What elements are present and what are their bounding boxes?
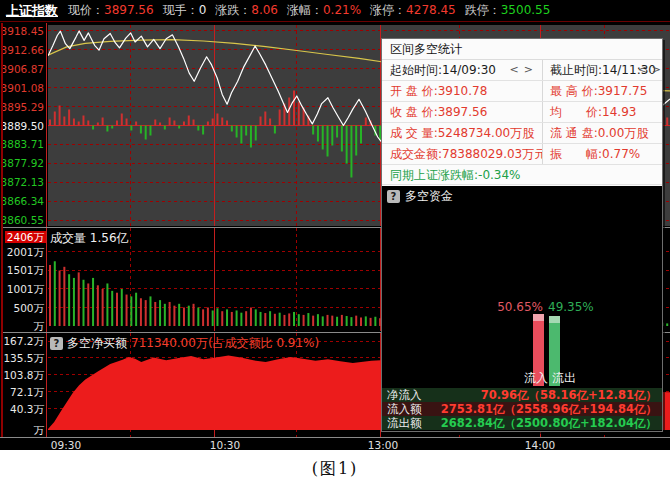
y-axis-label: 2406万 bbox=[5, 231, 46, 243]
panel-title[interactable]: 区间多空统计 bbox=[382, 39, 662, 60]
end-time-cell: 截止时间:14/11:30<> bbox=[542, 60, 662, 80]
y-axis-label: 3872.13 bbox=[1, 176, 44, 188]
volume-pane-title: 成交量 1.56亿 bbox=[50, 230, 129, 247]
time-axis: 09:3010:3013:0014:00 bbox=[0, 437, 670, 450]
stats-row-time: 起始时间:14/09:30<> 截止时间:14/11:30<> bbox=[382, 60, 662, 81]
stats-grid: 起始时间:14/09:30<> 截止时间:14/11:30<> 开 盘 价:39… bbox=[382, 60, 662, 185]
y-axis-label: 万 bbox=[34, 424, 45, 436]
y-axis-label: 500万 bbox=[13, 302, 44, 314]
stats-row-index-change: 同期上证涨跌幅:-0.34% bbox=[382, 165, 662, 185]
y-axis-label: 40.3万 bbox=[10, 403, 44, 415]
field-limit-down: 跌停：3500.55 bbox=[465, 2, 551, 19]
quote-header: 上证指数 现价：3897.56 现手：0 涨跌：8.06 涨幅：0.21% 涨停… bbox=[0, 0, 670, 22]
netbuy-pane-title: ? 多空净买额 711340.00万(占成交额比 0.91%) bbox=[50, 335, 319, 352]
inflow-amount-row: 流入额2753.81亿（2558.96亿+194.84亿） bbox=[382, 402, 662, 416]
fund-flow-rows: 净流入70.96亿（58.16亿+12.81亿） 流入额2753.81亿（255… bbox=[382, 388, 662, 430]
stock-terminal: 上证指数 现价：3897.56 现手：0 涨跌：8.06 涨幅：0.21% 涨停… bbox=[0, 0, 670, 450]
fund-flow-header: ? 多空资金 bbox=[382, 186, 662, 204]
index-name[interactable]: 上证指数 bbox=[6, 2, 58, 20]
start-time-cell: 起始时间:14/09:30<> bbox=[382, 60, 542, 80]
help-icon[interactable]: ? bbox=[50, 337, 63, 350]
screen: 上证指数 现价：3897.56 现手：0 涨跌：8.06 涨幅：0.21% 涨停… bbox=[0, 0, 670, 488]
figure-caption: (图1) bbox=[312, 459, 359, 480]
inflow-percent: 50.65% bbox=[497, 300, 543, 314]
price-axis-column: 3918.453912.663906.873901.083895.293889.… bbox=[0, 23, 47, 450]
outflow-amount-row: 流出额2682.84亿（2500.80亿+182.04亿） bbox=[382, 416, 662, 430]
y-axis-label: 2001万 bbox=[7, 246, 44, 258]
y-axis-label: 3918.45 bbox=[1, 25, 44, 37]
field-last-price: 现价：3897.56 bbox=[68, 2, 154, 19]
left-border bbox=[1, 23, 3, 450]
fund-flow-title: 多空资金 bbox=[405, 188, 453, 205]
y-axis-label: 135.5万 bbox=[3, 352, 44, 364]
start-time-steppers[interactable]: <> bbox=[510, 60, 538, 80]
axis-separator bbox=[46, 23, 47, 450]
y-axis-label: 3889.50 bbox=[1, 120, 44, 132]
stats-row-amount-amplitude: 成交金额:78388029.03万元 振 幅:0.77% bbox=[382, 144, 662, 165]
stats-row-close-avg: 收 盘 价:3897.56 均 价:14.93 bbox=[382, 102, 662, 123]
y-axis-label: 1501万 bbox=[7, 264, 44, 276]
caption-strip: (图1) bbox=[0, 450, 670, 488]
outflow-percent: 49.35% bbox=[548, 300, 594, 314]
field-change: 涨跌：8.06 bbox=[215, 2, 278, 19]
stats-row-volume-float: 成 交 量:5248734.00万股 流 通 盘:0.00万股 bbox=[382, 123, 662, 144]
y-axis-label: 1001万 bbox=[7, 283, 44, 295]
flow-bar-labels: 流入 流出 bbox=[500, 370, 600, 387]
fund-flow-section: ? 多空资金 50.65% 49.35% 流入 流出 净流入70.96亿（58.… bbox=[382, 186, 662, 431]
y-axis-label: 3883.71 bbox=[1, 138, 44, 150]
field-current-volume: 现手：0 bbox=[163, 2, 207, 19]
y-axis-label: 3912.66 bbox=[1, 44, 44, 56]
y-axis-label: 3877.92 bbox=[1, 157, 44, 169]
y-axis-label: 3895.29 bbox=[1, 101, 44, 113]
y-axis-label: 3866.34 bbox=[1, 195, 44, 207]
stats-row-open-high: 开 盘 价:3910.78 最 高 价:3917.75 bbox=[382, 81, 662, 102]
y-axis-label: 167.2万 bbox=[3, 335, 44, 347]
y-axis-label: 3901.08 bbox=[1, 82, 44, 94]
y-axis-label: 万 bbox=[34, 320, 45, 332]
y-axis-label: 103.8万 bbox=[3, 369, 44, 381]
field-limit-up: 涨停：4278.45 bbox=[370, 2, 456, 19]
help-icon[interactable]: ? bbox=[387, 190, 400, 203]
range-statistics-panel[interactable]: 区间多空统计 起始时间:14/09:30<> 截止时间:14/11:30<> 开… bbox=[381, 38, 663, 432]
y-axis-label: 72.1万 bbox=[10, 386, 44, 398]
y-axis-label: 3906.87 bbox=[1, 63, 44, 75]
fund-flow-chart: 50.65% 49.35% bbox=[382, 204, 662, 388]
y-axis-label: 3860.55 bbox=[1, 214, 44, 226]
end-time-steppers[interactable]: <> bbox=[638, 60, 662, 80]
net-inflow-row: 净流入70.96亿（58.16亿+12.81亿） bbox=[382, 388, 662, 402]
field-change-pct: 涨幅：0.21% bbox=[287, 2, 361, 19]
